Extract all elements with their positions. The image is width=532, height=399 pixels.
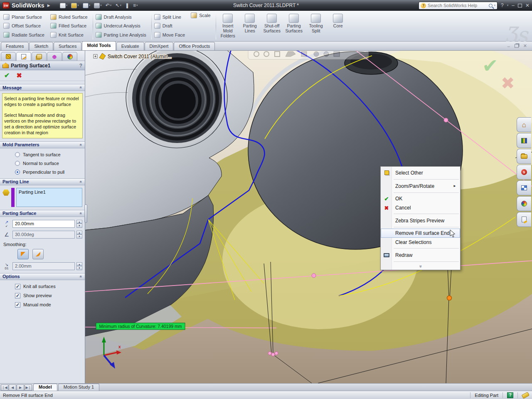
menu-item-remove-fill-surface-end[interactable]: Remove Fill surface End [381, 229, 460, 238]
angle-field[interactable]: 30.00deg [12, 231, 75, 239]
undercut-analysis-button[interactable]: Undercut Analysis [96, 23, 146, 29]
configuration-manager-tab[interactable] [32, 52, 47, 61]
radio-perpendicular-to-pull[interactable]: Perpendicular to pull [15, 170, 85, 175]
distance-spinner[interactable]: ▲▼ [76, 220, 82, 228]
spin-up-icon[interactable]: ▲ [76, 262, 82, 266]
menu-item-zoom-pan-rotate[interactable]: Zoom/Pan/Rotate ► [381, 181, 460, 191]
custom-properties-tab[interactable] [517, 212, 531, 227]
ok-button[interactable]: ✔ [4, 71, 10, 79]
model-tab[interactable]: Model [33, 384, 57, 391]
menu-item-select-other[interactable]: Select Other [381, 167, 460, 178]
property-manager-tab[interactable] [16, 52, 31, 61]
drag-vertex[interactable] [444, 118, 448, 122]
parting-lines-button[interactable]: Parting Lines [239, 13, 261, 34]
sharp-smoothing-button[interactable] [17, 249, 29, 259]
radiate-surface-button[interactable]: Radiate Surface [3, 32, 44, 38]
save-button[interactable]: ▾ [81, 1, 92, 10]
doc-minimize-button[interactable]: – [507, 44, 510, 49]
vertex-cluster[interactable] [275, 352, 278, 355]
menu-item-zebra-stripes-preview[interactable]: Zebra Stripes Preview [381, 215, 460, 226]
next-study-button[interactable]: ▶ [17, 384, 24, 391]
search-input[interactable] [428, 3, 487, 8]
search-magnifier-icon[interactable] [489, 4, 493, 7]
tab-dimxpert[interactable]: DimXpert [145, 42, 174, 50]
panel-splitter-handle[interactable] [84, 204, 87, 223]
view-palette-tab[interactable] [517, 180, 531, 195]
filled-surface-button[interactable]: Filled Surface [50, 23, 88, 29]
prev-study-button[interactable]: ◀ [9, 384, 16, 391]
knit-surface-button[interactable]: Knit Surface [50, 32, 88, 38]
tab-sketch[interactable]: Sketch [29, 42, 53, 50]
radio-tangent-to-surface[interactable]: Tangent to surface [15, 152, 85, 157]
menu-item-cancel[interactable]: ✖ Cancel [381, 203, 460, 212]
solidworks-resources-tab[interactable]: ⌂ [517, 117, 531, 132]
spin-up-icon[interactable]: ▲ [76, 231, 82, 235]
menu-expand-arrow-icon[interactable]: ▶ [47, 3, 50, 7]
spin-down-icon[interactable]: ▼ [76, 266, 82, 270]
mold-parameters-header[interactable]: Mold Parameters « [0, 141, 85, 148]
graphics-viewport[interactable]: x Switch Cove [85, 51, 532, 383]
checkbox-knit-all-surfaces[interactable]: ✓ Knit all surfaces [15, 284, 85, 289]
drag-vertex[interactable] [312, 273, 316, 278]
heads-up-toolbar[interactable] [248, 51, 369, 59]
appearances-tab[interactable] [517, 196, 531, 211]
search-box[interactable]: ? ▾ [419, 2, 498, 10]
radio-normal-to-surface[interactable]: Normal to surface [15, 161, 85, 166]
search-dropdown-icon[interactable]: ▾ [494, 4, 496, 7]
distance-field[interactable]: 20.00mm [12, 220, 75, 228]
confirm-ok-corner-icon[interactable]: ✔ [482, 55, 498, 76]
quick-tips-button[interactable]: ? [507, 392, 513, 398]
options-header[interactable]: Options « [0, 273, 85, 280]
feature-manager-tab[interactable] [1, 52, 16, 61]
parting-line-item[interactable]: Parting Line1 [19, 190, 46, 195]
help-button[interactable]: ? [501, 3, 504, 8]
options-button[interactable]: ≡▾ [132, 1, 139, 10]
split-line-button[interactable]: Split Line [154, 14, 185, 20]
dimxpert-manager-tab[interactable]: ⊕ [47, 52, 62, 61]
d1-field[interactable]: 2.00mm [12, 262, 75, 270]
search-tab[interactable]: S [517, 165, 531, 180]
parting-line-listbox[interactable]: Parting Line1 [16, 188, 82, 207]
d1-spinner[interactable]: ▲▼ [76, 262, 82, 270]
offset-surface-button[interactable]: Offset Surface [3, 23, 44, 29]
tab-mold-tools[interactable]: Mold Tools [82, 41, 116, 50]
cancel-button[interactable]: ✖ [16, 71, 22, 79]
tab-office-products[interactable]: Office Products [174, 42, 215, 50]
open-button[interactable]: ▾ [70, 1, 80, 10]
scale-button[interactable]: Scale [191, 12, 211, 18]
menu-expand-chevron[interactable]: « [381, 263, 460, 269]
display-manager-tab[interactable] [62, 52, 77, 61]
checkbox-show-preview[interactable]: ✓ Show preview [15, 293, 85, 298]
tooling-split-button[interactable]: Tooling Split [305, 13, 327, 34]
checkbox-manual-mode[interactable]: ✓ Manual mode [15, 302, 85, 308]
vertex-cluster[interactable] [268, 352, 271, 355]
parting-line-header[interactable]: Parting Line « [0, 178, 85, 185]
confirm-cancel-corner-icon[interactable]: ✖ [501, 74, 515, 92]
print-button[interactable]: ▾ [93, 1, 103, 10]
spin-down-icon[interactable]: ▼ [76, 234, 82, 239]
design-library-tab[interactable] [517, 133, 531, 148]
parting-line-analysis-button[interactable]: Parting Line Analysis [96, 32, 146, 38]
draft-button[interactable]: Draft [154, 23, 185, 29]
doc-restore-button[interactable] [515, 44, 519, 48]
tag-icon[interactable] [522, 392, 530, 399]
menu-item-ok[interactable]: ✔ OK [381, 194, 460, 203]
last-study-button[interactable]: ▶❘ [25, 384, 32, 391]
tab-features[interactable]: Features [1, 42, 29, 50]
doc-close-button[interactable]: ✕ [523, 43, 527, 49]
help-dropdown-icon[interactable]: ▾ [507, 4, 509, 7]
rebuild-button[interactable]: ❚ [124, 1, 131, 10]
minimize-button[interactable]: – [512, 3, 515, 8]
feature-help-button[interactable]: ? [79, 63, 82, 69]
menu-item-redraw[interactable]: Redraw [381, 250, 460, 260]
tree-item-label[interactable]: Switch Cover 2011 (Alumin... [108, 54, 172, 59]
shut-off-surfaces-button[interactable]: Shut-off Surfaces [261, 13, 283, 34]
insert-mold-folders-button[interactable]: Insert Mold Folders [217, 13, 239, 39]
tab-evaluate[interactable]: Evaluate [116, 42, 144, 50]
selected-vertex[interactable] [447, 296, 452, 300]
core-button[interactable]: Core [327, 13, 349, 30]
first-study-button[interactable]: ❘◀ [1, 384, 8, 391]
restore-button[interactable] [518, 4, 522, 7]
draft-analysis-button[interactable]: Draft Analysis [96, 14, 146, 20]
undo-button[interactable]: ↶▾ [104, 1, 113, 10]
